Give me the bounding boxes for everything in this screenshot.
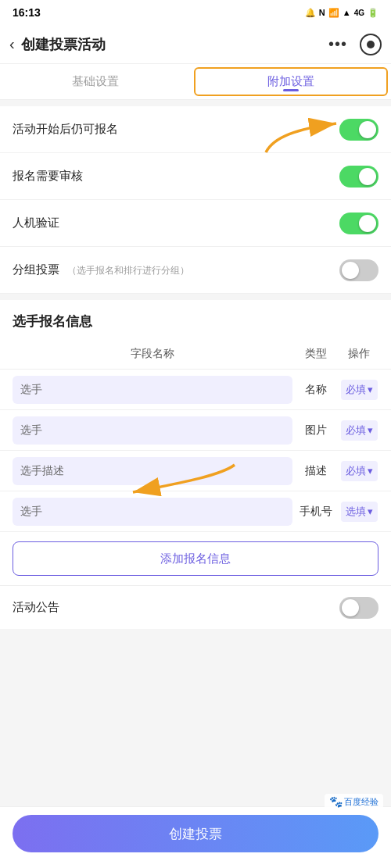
bottom-spacer [0, 629, 391, 691]
add-registration-button[interactable]: 添加报名信息 [13, 541, 378, 576]
bottom-action: 创建投票 [0, 806, 391, 868]
status-time: 16:13 [13, 6, 41, 19]
toggle-allow-signup[interactable] [339, 119, 378, 141]
td-type-3: 描述 [292, 464, 339, 478]
watermark-text: 百度经验 [344, 796, 378, 808]
settings-section: 活动开始后仍可报名 报名需要审核 人机验证 [0, 106, 391, 294]
more-button[interactable]: ••• [328, 35, 347, 53]
th-name: 字段名称 [13, 347, 292, 361]
td-name-2 [13, 416, 292, 445]
table-row: 图片 必填 ▾ [0, 410, 391, 451]
toggle-track-notice [339, 597, 378, 619]
required-label-1: 必填 [346, 383, 366, 397]
required-btn-3[interactable]: 必填 ▾ [341, 461, 378, 481]
page-title: 创建投票活动 [21, 35, 328, 54]
required-btn-2[interactable]: 必填 ▾ [341, 420, 378, 441]
dropdown-icon-3: ▾ [368, 465, 373, 477]
optional-btn-4[interactable]: 选填 ▾ [341, 502, 378, 522]
optional-label-4: 选填 [346, 505, 366, 519]
td-action-2: 必填 ▾ [339, 420, 378, 441]
td-action-3: 必填 ▾ [339, 461, 378, 481]
toggle-group-vote[interactable] [339, 259, 378, 281]
back-button[interactable]: ‹ [9, 35, 15, 53]
registration-section-header: 选手报名信息 [0, 300, 391, 338]
required-btn-1[interactable]: 必填 ▾ [341, 380, 378, 400]
status-icons: 🔔 N 📶 ▲ 4G 🔋 [305, 8, 378, 18]
toggle-captcha[interactable] [339, 213, 378, 234]
setting-allow-signup-label: 活动开始后仍可报名 [13, 122, 339, 137]
table-header: 字段名称 类型 操作 [0, 338, 391, 370]
dropdown-icon-2: ▾ [368, 424, 373, 436]
toggle-notice[interactable] [339, 597, 378, 619]
dropdown-icon-1: ▾ [368, 384, 373, 395]
nfc-icon: N [319, 8, 325, 17]
tab-basic-label: 基础设置 [72, 74, 119, 89]
table-row: 描述 必填 ▾ [0, 451, 391, 491]
create-vote-button[interactable]: 创建投票 [13, 815, 378, 852]
name-input-4[interactable] [13, 498, 292, 526]
tabs-container: 基础设置 附加设置 [0, 64, 391, 100]
td-type-1: 名称 [292, 383, 339, 397]
record-button[interactable] [360, 34, 382, 55]
top-nav: ‹ 创建投票活动 ••• [0, 25, 391, 64]
td-action-4: 选填 ▾ [339, 502, 378, 522]
record-dot [367, 41, 375, 48]
registration-section: 选手报名信息 字段名称 类型 操作 名称 必填 ▾ 图片 [0, 300, 391, 585]
watermark: 🐾 百度经验 [325, 794, 383, 809]
toggle-track-allow-signup [339, 119, 378, 141]
toggle-thumb-captcha [359, 215, 376, 232]
tab-basic[interactable]: 基础设置 [0, 64, 191, 99]
toggle-signup-review[interactable] [339, 166, 378, 188]
toggle-thumb-allow-signup [359, 121, 376, 138]
setting-signup-review-label: 报名需要审核 [13, 169, 339, 184]
setting-allow-signup: 活动开始后仍可报名 [0, 106, 391, 153]
baidu-paw-icon: 🐾 [329, 795, 343, 808]
toggle-thumb-group-vote [342, 262, 359, 279]
setting-group-vote-sub: （选手报名和排行进行分组） [67, 265, 189, 276]
table-row: 名称 必填 ▾ [0, 370, 391, 410]
required-label-3: 必填 [346, 464, 366, 478]
battery-icon: 🔋 [368, 8, 378, 18]
setting-captcha: 人机验证 [0, 200, 391, 247]
notice-label: 活动公告 [13, 600, 339, 615]
td-name-3 [13, 457, 292, 485]
toggle-thumb-notice [342, 599, 359, 616]
th-type: 类型 [292, 347, 339, 361]
toggle-track-signup-review [339, 166, 378, 188]
toggle-track-captcha [339, 213, 378, 234]
status-bar: 16:13 🔔 N 📶 ▲ 4G 🔋 [0, 0, 391, 25]
setting-group-vote-label: 分组投票 （选手报名和排行进行分组） [13, 263, 339, 277]
setting-captcha-label: 人机验证 [13, 216, 339, 230]
name-input-1[interactable] [13, 376, 292, 404]
tab-extra-label: 附加设置 [267, 74, 314, 89]
table-row: 手机号 选填 ▾ [0, 491, 391, 532]
tab-extra[interactable]: 附加设置 [194, 67, 388, 96]
notification-icon: 🔔 [305, 8, 316, 18]
signal-icon: 📶 [328, 8, 339, 18]
setting-signup-review: 报名需要审核 [0, 153, 391, 200]
toggle-track-group-vote [339, 259, 378, 281]
notice-row: 活动公告 [0, 585, 391, 629]
td-action-1: 必填 ▾ [339, 380, 378, 400]
wifi-icon: ▲ [343, 8, 351, 17]
td-type-4: 手机号 [292, 505, 339, 519]
section-divider-1 [0, 294, 391, 300]
setting-group-vote: 分组投票 （选手报名和排行进行分组） [0, 247, 391, 294]
required-label-2: 必填 [346, 423, 366, 438]
name-input-3[interactable] [13, 457, 292, 485]
4g-icon: 4G [354, 9, 364, 17]
toggle-thumb-signup-review [359, 168, 376, 185]
td-name-4 [13, 498, 292, 526]
td-name-1 [13, 376, 292, 404]
dropdown-icon-4: ▾ [368, 505, 373, 517]
td-type-2: 图片 [292, 423, 339, 438]
add-btn-row: 添加报名信息 [0, 532, 391, 585]
name-input-2[interactable] [13, 416, 292, 445]
th-action: 操作 [339, 347, 378, 361]
